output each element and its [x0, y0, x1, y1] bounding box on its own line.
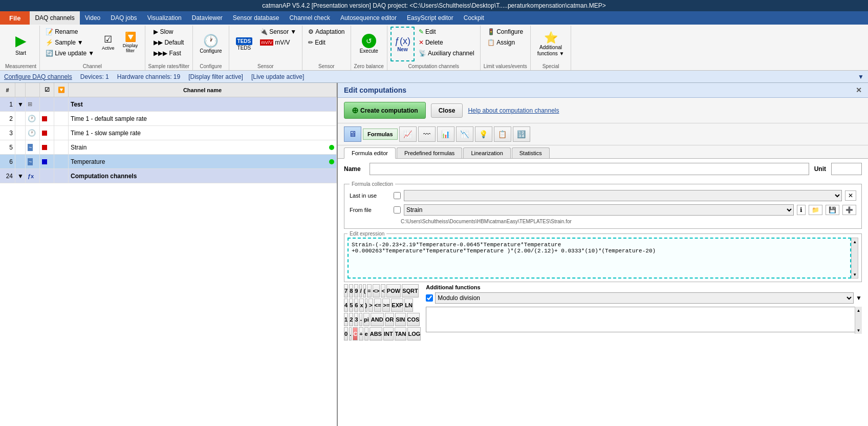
- file-menu[interactable]: File: [0, 11, 30, 25]
- collapse-arrow[interactable]: ▼: [858, 73, 864, 80]
- calc-close-paren[interactable]: ): [365, 299, 368, 312]
- slow-button[interactable]: ▶ Slow: [151, 27, 186, 37]
- menu-daq-jobs[interactable]: DAQ jobs: [105, 11, 142, 25]
- calc-9[interactable]: 9: [354, 284, 358, 297]
- menu-dataviewer[interactable]: Dataviewer: [187, 11, 228, 25]
- calc-eq[interactable]: =: [367, 284, 371, 297]
- type-icon-8[interactable]: 🔢: [513, 126, 530, 142]
- from-file-info-btn[interactable]: ℹ: [797, 205, 806, 215]
- live-update-button[interactable]: 🔄 Live update ▼: [43, 48, 97, 58]
- type-icon-6[interactable]: 💡: [475, 126, 492, 142]
- formulas-label-button[interactable]: Formulas: [363, 129, 398, 140]
- aux-channel-button[interactable]: 📡 Auxiliary channel: [416, 48, 477, 58]
- calc-int[interactable]: INT: [383, 327, 394, 340]
- type-icon-3[interactable]: 〰: [418, 126, 436, 142]
- expand-test[interactable]: ▼: [15, 97, 26, 111]
- calc-gt[interactable]: >: [368, 299, 373, 312]
- calc-pi[interactable]: pi: [363, 313, 370, 326]
- calc-pow[interactable]: POW: [386, 284, 401, 297]
- calc-mul[interactable]: x: [359, 299, 363, 312]
- mv-v-button[interactable]: mV/V mV/V: [257, 37, 299, 48]
- assign-limit-button[interactable]: 📋 Assign: [485, 37, 526, 48]
- start-button[interactable]: ▶ Start: [9, 27, 33, 61]
- name-input[interactable]: [370, 163, 809, 175]
- default-button[interactable]: ▶▶ Default: [151, 37, 186, 48]
- sample-button[interactable]: ⚡ Sample ▼: [43, 37, 97, 48]
- calc-3[interactable]: 3: [354, 313, 358, 326]
- channel-row-24[interactable]: 24 ▼ ƒx Computation channels: [0, 169, 337, 183]
- additional-functions-button[interactable]: ⭐ Additionalfunctions ▼: [534, 27, 568, 61]
- calc-4[interactable]: 4: [344, 299, 348, 312]
- adaptation-button[interactable]: ⚙ Adaptation: [306, 27, 347, 37]
- last-in-use-select[interactable]: [404, 190, 842, 201]
- from-file-open-btn[interactable]: 📁: [809, 205, 822, 215]
- type-icon-7[interactable]: 📋: [494, 126, 511, 142]
- edit-comp-button[interactable]: ✎ Edit: [416, 27, 477, 37]
- calc-ln[interactable]: LN: [404, 299, 413, 312]
- calc-tan[interactable]: TAN: [395, 327, 407, 340]
- calc-7[interactable]: 7: [344, 284, 348, 297]
- execute-button[interactable]: ↺ Execute: [356, 27, 382, 61]
- last-in-use-checkbox[interactable]: [394, 192, 401, 199]
- expression-textarea[interactable]: Strain-(-20.23+2.19*Temperature-0.0645*T…: [348, 238, 851, 279]
- adaptation-edit-button[interactable]: ✏ Edit: [306, 37, 347, 48]
- unit-input[interactable]: [831, 163, 862, 175]
- calc-lte[interactable]: <=: [374, 299, 382, 312]
- tab-formula-editor[interactable]: Formula editor: [344, 147, 396, 159]
- configure-limit-button[interactable]: 🚦 Configure: [485, 27, 526, 37]
- calc-exp[interactable]: EXP: [391, 299, 403, 312]
- calc-sin[interactable]: SIN: [395, 313, 405, 326]
- calc-sqrt[interactable]: SQRT: [402, 284, 419, 297]
- menu-easyscript[interactable]: EasyScript editor: [402, 11, 459, 25]
- menu-daq-channels[interactable]: DAQ channels: [30, 11, 79, 25]
- tab-linearization[interactable]: Linearization: [463, 147, 510, 158]
- expr-scroll-down[interactable]: ▼: [852, 271, 858, 278]
- menu-sensor-database[interactable]: Sensor database: [228, 11, 285, 25]
- calc-and[interactable]: AND: [371, 313, 384, 326]
- last-in-use-clear-btn[interactable]: ✕: [845, 190, 856, 201]
- af-scroll-up[interactable]: ▲: [855, 307, 862, 314]
- menu-channel-check[interactable]: Channel check: [285, 11, 335, 25]
- calc-abs[interactable]: ABS: [370, 327, 382, 340]
- create-computation-button[interactable]: ⊕ Create computation: [344, 102, 426, 119]
- tab-predefined[interactable]: Predefined formulas: [397, 147, 462, 158]
- calc-neq[interactable]: <>: [373, 284, 380, 297]
- fast-button[interactable]: ▶▶▶ Fast: [151, 48, 186, 58]
- help-link[interactable]: Help about computation channels: [468, 107, 559, 114]
- menu-visualization[interactable]: Visualization: [142, 11, 187, 25]
- active-button[interactable]: ☑ Active: [98, 27, 118, 57]
- configure-daq-link[interactable]: Configure DAQ channels: [4, 73, 72, 80]
- expr-scroll-up[interactable]: ▲: [852, 238, 858, 245]
- type-icon-4[interactable]: 📊: [437, 126, 454, 142]
- calc-cos[interactable]: COS: [407, 313, 420, 326]
- calc-log[interactable]: LOG: [407, 327, 421, 340]
- type-icon-2[interactable]: 📈: [399, 126, 417, 142]
- tab-statistics[interactable]: Statistics: [512, 147, 550, 158]
- display-filter-button[interactable]: 🔽 Displayfilter: [119, 27, 142, 57]
- from-file-new-btn[interactable]: ➕: [842, 205, 856, 215]
- type-icon-5[interactable]: 📉: [456, 126, 473, 142]
- from-file-checkbox[interactable]: [394, 206, 401, 214]
- expand-comp[interactable]: ▼: [15, 169, 26, 183]
- af-scroll-down[interactable]: ▼: [855, 327, 862, 334]
- calc-8[interactable]: 8: [349, 284, 353, 297]
- calc-or[interactable]: OR: [385, 313, 395, 326]
- channel-row-6[interactable]: 6 ~ Temperature: [0, 155, 337, 169]
- menu-cockpit[interactable]: Cockpit: [459, 11, 489, 25]
- menu-video[interactable]: Video: [80, 11, 105, 25]
- calc-add[interactable]: +: [359, 327, 363, 340]
- calc-lt[interactable]: <: [381, 284, 385, 297]
- modulo-select[interactable]: Modulo division: [435, 292, 854, 304]
- delete-comp-button[interactable]: ✕ Delete: [416, 37, 477, 48]
- new-comp-button[interactable]: ƒ(x) New: [390, 27, 415, 61]
- formulas-type-button[interactable]: 🖥: [344, 126, 361, 142]
- from-file-select[interactable]: Strain: [404, 204, 794, 216]
- calc-1[interactable]: 1: [344, 313, 348, 326]
- calc-sub[interactable]: -: [359, 313, 362, 326]
- sensor-button[interactable]: 🔌 Sensor ▼: [257, 27, 299, 37]
- calc-0[interactable]: 0: [344, 327, 348, 340]
- teds-button[interactable]: TEDS TEDS: [232, 27, 256, 61]
- calc-2[interactable]: 2: [349, 313, 353, 326]
- modulo-checkbox[interactable]: [426, 294, 433, 302]
- calc-div[interactable]: /: [359, 284, 362, 297]
